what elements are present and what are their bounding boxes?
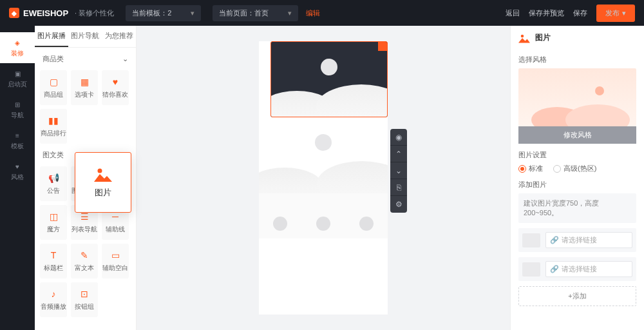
sq-icon: ▦ bbox=[79, 76, 90, 88]
settings-icon[interactable]: ⚙ bbox=[390, 196, 407, 213]
heart-icon: ♥ bbox=[109, 76, 121, 88]
preview-frame[interactable] bbox=[259, 41, 388, 315]
image-thumb[interactable] bbox=[522, 233, 540, 248]
change-style-button[interactable]: 修改风格 bbox=[518, 126, 636, 144]
logo: ◆ EWEISHOP bbox=[9, 8, 68, 18]
preview-block[interactable] bbox=[259, 117, 388, 193]
style-preview bbox=[518, 68, 636, 126]
logo-icon: ◆ bbox=[9, 8, 19, 18]
tab-0[interactable]: 图片展播 bbox=[35, 26, 68, 47]
image-icon bbox=[518, 33, 530, 43]
add-image-button[interactable]: +添加 bbox=[518, 286, 636, 306]
image-thumb[interactable] bbox=[522, 262, 540, 277]
image-item: 🔗请选择链接 bbox=[518, 228, 636, 252]
title-icon: T bbox=[48, 249, 59, 261]
component-horn[interactable]: 📢公告 bbox=[40, 166, 67, 201]
component-heart[interactable]: ♥猜你喜欢 bbox=[102, 70, 129, 105]
visibility-icon[interactable]: ◉ bbox=[390, 129, 407, 146]
move-down-icon[interactable]: ⌄ bbox=[390, 162, 407, 179]
edit-link[interactable]: 编辑 bbox=[306, 8, 320, 18]
component-bag[interactable]: ▢商品组 bbox=[40, 70, 67, 105]
link-icon: 🔗 bbox=[550, 236, 559, 244]
link-icon: 🔗 bbox=[550, 265, 559, 273]
rail-splash[interactable]: ▣启动页 bbox=[0, 63, 35, 94]
publish-button[interactable]: 发布▾ bbox=[596, 5, 635, 22]
panel-tabs: 图片展播 图片导航 为您推荐 bbox=[35, 26, 136, 48]
block-toolbar: ◉ ⌃ ⌄ ⎘ ⚙ bbox=[390, 129, 407, 213]
tab-1[interactable]: 图片导航 bbox=[68, 26, 102, 47]
preview-block-selected[interactable] bbox=[270, 41, 388, 117]
link-input[interactable]: 🔗请选择链接 bbox=[545, 261, 632, 277]
bars-icon: ▮▮ bbox=[48, 115, 59, 126]
category-goods[interactable]: 商品类⌄ bbox=[35, 48, 136, 70]
rail-decorate[interactable]: ◈装修 bbox=[0, 32, 35, 63]
copy-icon[interactable]: ⎘ bbox=[390, 179, 407, 196]
save-button[interactable]: 保存 bbox=[573, 8, 587, 18]
component-btns[interactable]: ⊡按钮组 bbox=[71, 282, 98, 317]
preview-block-small[interactable] bbox=[259, 193, 388, 238]
component-title[interactable]: T标题栏 bbox=[40, 244, 67, 278]
card-label: 图片 bbox=[95, 187, 111, 199]
move-up-icon[interactable]: ⌃ bbox=[390, 146, 407, 162]
size-hint: 建议图片宽度750，高度200~950。 bbox=[518, 193, 636, 223]
svg-point-0 bbox=[521, 34, 524, 37]
tab-2[interactable]: 为您推荐 bbox=[102, 26, 136, 47]
template-select[interactable]: 当前模板：2▾ bbox=[126, 5, 201, 21]
blank-icon: ▭ bbox=[109, 249, 121, 261]
component-text[interactable]: ✎富文本 bbox=[71, 244, 98, 278]
radio-standard[interactable]: 标准 bbox=[518, 164, 543, 173]
rail-nav[interactable]: ⊞导航 bbox=[0, 94, 35, 125]
cube-icon: ◫ bbox=[48, 211, 59, 222]
top-actions: 返回 保存并预览 保存 发布▾ bbox=[506, 5, 635, 22]
panel-title: 图片 bbox=[518, 32, 636, 48]
page-select[interactable]: 当前页面：首页▾ bbox=[213, 5, 298, 21]
bag-icon: ▢ bbox=[48, 76, 59, 88]
component-sq[interactable]: ▦选项卡 bbox=[71, 70, 98, 105]
component-audio[interactable]: ♪音频播放 bbox=[40, 282, 67, 317]
btns-icon: ⊡ bbox=[79, 288, 90, 300]
rail-template[interactable]: ≡模板 bbox=[0, 125, 35, 156]
audio-icon: ♪ bbox=[48, 288, 59, 300]
canvas: ◉ ⌃ ⌄ ⎘ ⚙ bbox=[137, 26, 510, 330]
text-icon: ✎ bbox=[79, 249, 90, 261]
component-blank[interactable]: ▭辅助空白 bbox=[102, 244, 129, 278]
side-rail: ◈装修 ▣启动页 ⊞导航 ≡模板 ♥风格 bbox=[0, 26, 35, 330]
dragging-component-card[interactable]: 图片 bbox=[75, 152, 131, 213]
selected-tag-icon bbox=[378, 42, 387, 51]
save-preview-button[interactable]: 保存并预览 bbox=[529, 8, 564, 18]
brand: EWEISHOP bbox=[23, 8, 68, 18]
component-bars[interactable]: ▮▮商品排行 bbox=[40, 109, 67, 144]
subtitle: · 装修个性化 bbox=[75, 8, 114, 18]
topbar: ◆ EWEISHOP · 装修个性化 当前模板：2▾ 当前页面：首页▾ 编辑 返… bbox=[0, 0, 644, 26]
section-add: 添加图片 bbox=[518, 180, 636, 189]
property-panel: 图片 选择风格 修改风格 图片设置 标准 高级(热区) 添加图片 建议图片宽度7… bbox=[510, 26, 644, 330]
svg-point-1 bbox=[98, 169, 102, 173]
component-cube[interactable]: ◫魔方 bbox=[40, 205, 67, 240]
horn-icon: 📢 bbox=[48, 172, 59, 184]
section-style: 选择风格 bbox=[518, 55, 636, 64]
image-icon bbox=[94, 166, 112, 182]
link-input[interactable]: 🔗请选择链接 bbox=[545, 232, 632, 248]
back-button[interactable]: 返回 bbox=[506, 8, 520, 18]
rail-style[interactable]: ♥风格 bbox=[0, 156, 35, 187]
image-item: 🔗请选择链接 bbox=[518, 257, 636, 281]
section-settings: 图片设置 bbox=[518, 150, 636, 160]
radio-advanced[interactable]: 高级(热区) bbox=[553, 164, 596, 173]
